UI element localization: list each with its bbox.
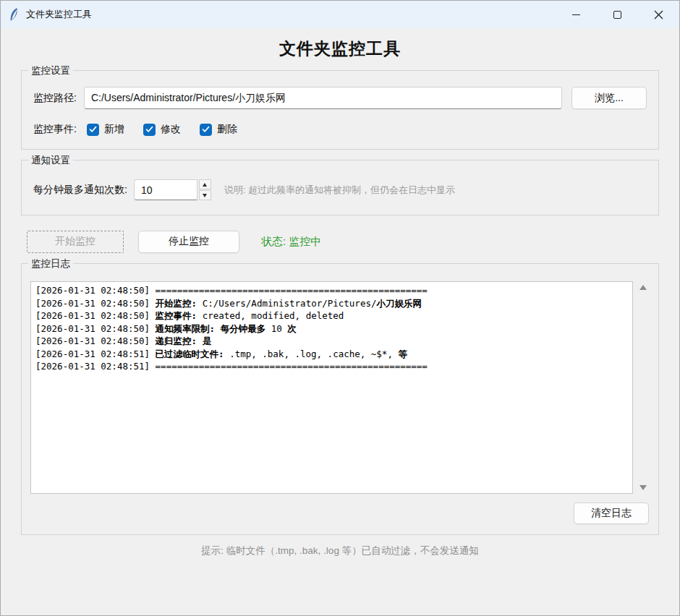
event-checkbox-3[interactable]: 删除 xyxy=(200,123,237,136)
maximize-button[interactable] xyxy=(597,1,638,28)
python-feather-icon xyxy=(9,8,20,22)
notify-settings-group-label: 通知设置 xyxy=(28,154,73,167)
app-window: 文件夹监控工具 文件夹监控工具 监控设置 监控路径: 浏览... 监控事件: 新… xyxy=(0,0,680,616)
close-button[interactable] xyxy=(638,1,679,28)
arrow-up-icon xyxy=(203,183,207,187)
event-checkbox-label: 修改 xyxy=(161,123,181,136)
clear-log-button[interactable]: 清空日志 xyxy=(574,502,649,524)
minimize-icon xyxy=(572,14,580,15)
event-checkbox-label: 新增 xyxy=(104,123,124,136)
log-line: [2026-01-31 02:48:50] 递归监控: 是 xyxy=(35,335,628,348)
scroll-up-icon[interactable] xyxy=(639,285,647,290)
log-line: [2026-01-31 02:48:50] 监控事件: created, mod… xyxy=(35,309,628,322)
checkbox-checked-icon[interactable] xyxy=(143,124,156,136)
rate-input[interactable] xyxy=(134,179,197,200)
stop-monitor-button[interactable]: 停止监控 xyxy=(138,231,239,253)
rate-note: 说明: 超过此频率的通知将被抑制，但仍会在日志中显示 xyxy=(224,184,455,197)
scroll-down-icon[interactable] xyxy=(639,485,647,490)
events-checkbox-list: 新增修改删除 xyxy=(87,123,256,136)
arrow-down-icon xyxy=(203,194,207,197)
notify-settings-group: 通知设置 每分钟最多通知次数: 说明: 超过此频率的通知将被抑制，但仍会在日志中… xyxy=(21,160,659,215)
event-checkbox-1[interactable]: 新增 xyxy=(87,123,124,136)
path-input[interactable] xyxy=(84,87,562,109)
events-label: 监控事件: xyxy=(33,123,77,136)
close-icon xyxy=(654,10,663,20)
control-row: 开始监控 停止监控 状态: 监控中 xyxy=(27,230,659,253)
log-line: [2026-01-31 02:48:50] ==================… xyxy=(35,284,628,297)
log-line: [2026-01-31 02:48:51] ==================… xyxy=(35,360,628,373)
log-line: [2026-01-31 02:48:51] 已过滤临时文件: .tmp, .ba… xyxy=(35,348,628,361)
event-checkbox-label: 删除 xyxy=(217,123,237,136)
status-label: 状态: 监控中 xyxy=(261,235,321,249)
event-checkbox-2[interactable]: 修改 xyxy=(143,123,181,136)
footer-hint: 提示: 临时文件（.tmp, .bak, .log 等）已自动过滤，不会发送通知 xyxy=(1,544,679,557)
path-label: 监控路径: xyxy=(33,92,77,105)
monitor-settings-group: 监控设置 监控路径: 浏览... 监控事件: 新增修改删除 xyxy=(21,70,659,150)
log-textarea[interactable]: [2026-01-31 02:48:50] ==================… xyxy=(30,281,633,494)
log-group: 监控日志 [2026-01-31 02:48:50] =============… xyxy=(21,263,659,535)
checkbox-checked-icon[interactable] xyxy=(87,124,99,136)
log-scrollbar[interactable] xyxy=(637,281,650,494)
minimize-button[interactable] xyxy=(556,1,597,28)
browse-button[interactable]: 浏览... xyxy=(571,87,647,109)
spin-down-button[interactable] xyxy=(199,190,211,200)
titlebar: 文件夹监控工具 xyxy=(1,1,679,28)
monitor-settings-group-label: 监控设置 xyxy=(28,64,73,77)
rate-spinbox xyxy=(134,179,211,200)
log-line: [2026-01-31 02:48:50] 通知频率限制: 每分钟最多 10 次 xyxy=(35,322,628,335)
maximize-icon xyxy=(613,11,621,19)
checkbox-checked-icon[interactable] xyxy=(200,124,212,136)
start-monitor-button[interactable]: 开始监控 xyxy=(27,231,124,253)
window-title: 文件夹监控工具 xyxy=(26,8,92,21)
rate-label: 每分钟最多通知次数: xyxy=(33,184,127,197)
log-group-label: 监控日志 xyxy=(28,257,73,270)
spin-up-button[interactable] xyxy=(199,179,211,189)
log-line: [2026-01-31 02:48:50] 开始监控: C:/Users/Adm… xyxy=(35,297,628,310)
page-title: 文件夹监控工具 xyxy=(1,38,679,60)
